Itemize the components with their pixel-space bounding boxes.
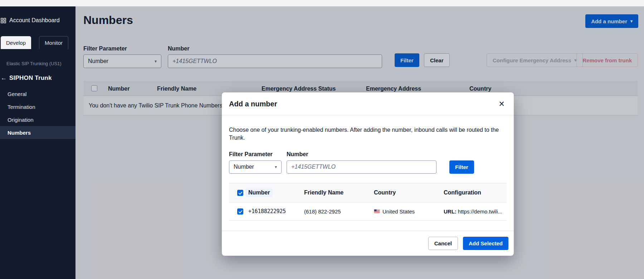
account-dashboard-label: Account Dashboard	[9, 17, 60, 24]
modal-number-filter-group: Number	[287, 151, 436, 174]
modal-title: Add a number	[229, 100, 277, 108]
back-arrow-icon[interactable]: ←	[1, 74, 7, 82]
row-country-label: United States	[382, 208, 415, 215]
sidebar-nav: General Termination Origination Numbers	[0, 87, 75, 139]
close-icon[interactable]: ×	[499, 100, 504, 108]
dashboard-grid-icon	[1, 18, 6, 23]
modal-filter-parameter-select[interactable]: Number ▾	[229, 160, 282, 174]
modal-column-header-friendly-name: Friendly Name	[304, 189, 374, 196]
modal-column-header-country: Country	[374, 189, 444, 196]
tab-develop[interactable]: Develop	[1, 36, 31, 49]
add-selected-button[interactable]: Add Selected	[463, 237, 508, 250]
sidebar: Account Dashboard Develop Monitor Elasti…	[0, 6, 75, 279]
tab-monitor[interactable]: Monitor	[39, 36, 68, 49]
us-flag-icon	[374, 209, 380, 213]
chevron-down-icon: ▾	[275, 164, 277, 169]
modal-column-header-number: Number	[248, 189, 304, 196]
modal-description: Choose one of your trunking-enabled numb…	[229, 126, 508, 142]
trunk-header[interactable]: ← SIPHON Trunk	[1, 74, 52, 82]
row-configuration-value: https://demo.twili...	[458, 208, 502, 215]
sidebar-item-termination[interactable]: Termination	[0, 100, 75, 113]
modal-header: Add a number ×	[222, 92, 514, 115]
modal-column-header-configuration: Configuration	[444, 189, 507, 196]
row-friendly-name: (618) 822-2925	[304, 208, 374, 215]
modal-numbers-table: Number Friendly Name Country Configurati…	[229, 183, 507, 221]
row-number: +16188222925	[248, 208, 304, 215]
table-row: +16188222925 (618) 822-2925 United State…	[229, 203, 507, 221]
modal-number-filter-input[interactable]	[287, 160, 436, 174]
trunk-name: SIPHON Trunk	[9, 74, 52, 82]
row-configuration: URL:https://demo.twili...	[444, 208, 507, 215]
row-checkbox-cell	[229, 208, 248, 215]
modal-filter-row: Filter Parameter Number ▾ Number Filter	[229, 151, 508, 174]
modal-filter-parameter-value: Number	[234, 164, 254, 170]
product-label: Elastic SIP Trunking (US1)	[6, 61, 62, 66]
modal-body: Choose one of your trunking-enabled numb…	[222, 115, 514, 221]
modal-filter-parameter-label: Filter Parameter	[229, 151, 282, 158]
cancel-button[interactable]: Cancel	[428, 237, 458, 250]
sidebar-item-numbers[interactable]: Numbers	[0, 126, 75, 139]
modal-select-all-checkbox[interactable]	[237, 190, 243, 196]
modal-filter-button[interactable]: Filter	[449, 160, 474, 174]
account-dashboard-link[interactable]: Account Dashboard	[1, 17, 60, 24]
sidebar-tabs: Develop Monitor	[1, 36, 75, 49]
row-configuration-label: URL:	[444, 208, 457, 215]
modal-column-header-number-label: Number	[245, 188, 273, 197]
sidebar-item-origination[interactable]: Origination	[0, 113, 75, 126]
sidebar-item-general[interactable]: General	[0, 87, 75, 100]
row-country: United States	[374, 208, 444, 215]
modal-number-filter-label: Number	[287, 151, 436, 158]
add-number-modal: Add a number × Choose one of your trunki…	[222, 92, 514, 256]
row-checkbox[interactable]	[237, 208, 243, 215]
modal-footer: Cancel Add Selected	[222, 231, 514, 256]
modal-filter-parameter-group: Filter Parameter Number ▾	[229, 151, 282, 174]
top-bar	[0, 0, 644, 6]
modal-table-header: Number Friendly Name Country Configurati…	[229, 183, 507, 203]
